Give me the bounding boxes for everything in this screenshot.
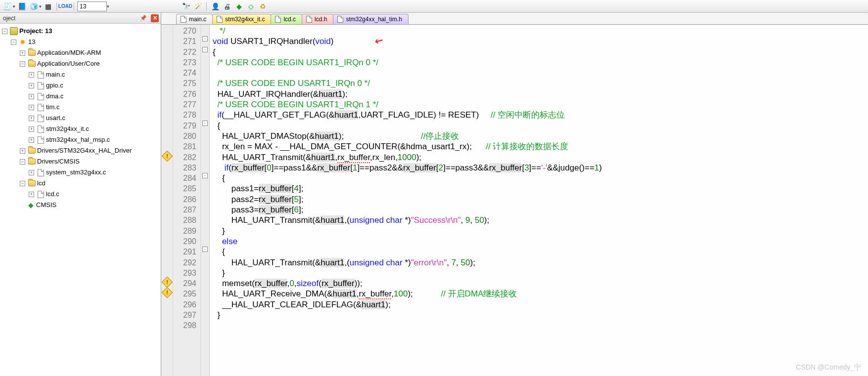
tab-lcd-c[interactable]: lcd.c <box>271 14 302 24</box>
tab-stm32g4xx_it-c[interactable]: stm32g4xx_it.c <box>212 14 271 24</box>
tree-file[interactable]: + stm32g4xx_hal_msp.c <box>29 134 161 145</box>
warning-icon[interactable] <box>161 287 173 298</box>
stack-icon[interactable]: 🧊 <box>28 1 39 12</box>
separator <box>56 2 57 11</box>
panel-title-text: oject <box>3 15 15 22</box>
file-icon <box>275 16 281 23</box>
fold-column: ----- <box>201 25 210 376</box>
tree-folder[interactable]: − Drivers/CMSIS <box>20 156 161 167</box>
project-tree[interactable]: − Project: 13−✹ 13+ Application/MDK-ARM−… <box>0 24 161 376</box>
tree-file[interactable]: + main.c <box>29 69 161 80</box>
file-icon <box>181 16 186 23</box>
tab-main-c[interactable]: main.c <box>176 14 213 24</box>
diamond-green-icon[interactable]: ◆ <box>233 1 244 12</box>
tree-folder[interactable]: + Application/MDK-ARM <box>20 47 161 58</box>
tree-target[interactable]: −✹ 13 <box>11 37 161 47</box>
tree-root[interactable]: − Project: 13 <box>2 26 161 37</box>
line-gutter: 2702712722732742752762772782792802812822… <box>173 25 201 376</box>
tab-stm32g4xx_hal_tim-h[interactable]: stm32g4xx_hal_tim.h <box>333 14 408 24</box>
book-icon[interactable]: 📘 <box>16 1 27 12</box>
tab-lcd-h[interactable]: lcd.h <box>302 14 333 24</box>
tree-file[interactable]: + gpio.c <box>29 80 161 91</box>
watermark: CSDN @Comedy_宁 <box>796 363 861 372</box>
code-editor[interactable]: 2702712722732742752762772782792802812822… <box>161 25 868 376</box>
tree-file[interactable]: + lcd.c <box>29 189 161 200</box>
copy-icon[interactable]: 🖨 <box>222 1 232 12</box>
load-icon[interactable]: LOAD <box>60 1 71 12</box>
fold-toggle[interactable]: - <box>202 47 208 52</box>
tree-file[interactable]: + dma.c <box>29 91 161 102</box>
diamond-green2-icon[interactable]: ◇ <box>245 1 256 12</box>
tree-file[interactable]: + stm32g4xx_it.c <box>29 124 161 134</box>
editor-area: ↘ main.cstm32g4xx_it.clcd.clcd.hstm32g4x… <box>161 13 868 376</box>
main-toolbar: 🧾▾ 📘 🧊▾ ▦ LOAD ▾ 🔭 🪄 👤 🖨 ◆ ◇ ♻ <box>0 0 868 13</box>
project-panel-title: oject 📌 ✕ <box>0 13 161 24</box>
tree-file[interactable]: + tim.c <box>29 102 161 113</box>
fold-toggle[interactable]: - <box>202 121 208 126</box>
tree-cmsis[interactable]: ◆ CMSIS <box>20 200 161 210</box>
tree-file[interactable]: + system_stm32g4xx.c <box>29 167 161 178</box>
fold-toggle[interactable]: - <box>202 36 208 42</box>
file-icon <box>337 16 343 23</box>
separator <box>206 2 207 11</box>
warning-icon[interactable] <box>161 150 173 162</box>
target-select[interactable] <box>77 1 107 11</box>
warning-icon[interactable] <box>161 277 173 288</box>
code-source[interactable]: */ void USART1_IRQHandler(void) { /* USE… <box>210 25 868 376</box>
tree-folder[interactable]: − lcd <box>20 178 161 189</box>
tree-folder[interactable]: + Drivers/STM32G4xx_HAL_Driver <box>20 145 161 156</box>
marker-column <box>161 25 173 376</box>
file-icon <box>306 16 312 23</box>
pin-icon[interactable]: 📌 <box>140 15 147 21</box>
binoculars-icon[interactable]: 🔭 <box>181 1 191 12</box>
fold-toggle[interactable]: - <box>202 247 208 252</box>
editor-tabs: main.cstm32g4xx_it.clcd.clcd.hstm32g4xx_… <box>161 13 868 25</box>
wand-icon[interactable]: 🪄 <box>192 1 203 12</box>
close-icon[interactable]: ✕ <box>151 14 159 22</box>
recycle-icon[interactable]: ♻ <box>257 1 268 12</box>
person-icon[interactable]: 👤 <box>210 1 221 12</box>
fold-toggle[interactable]: - <box>202 173 208 178</box>
tree-file[interactable]: + usart.c <box>29 113 161 124</box>
file-icon <box>217 16 223 23</box>
layers-icon[interactable]: 🧾 <box>2 1 13 12</box>
separator <box>74 2 74 11</box>
project-panel: oject 📌 ✕ − Project: 13−✹ 13+ Applicatio… <box>0 13 161 376</box>
tree-folder[interactable]: − Application/User/Core <box>20 58 161 69</box>
grid-icon[interactable]: ▦ <box>43 1 53 12</box>
